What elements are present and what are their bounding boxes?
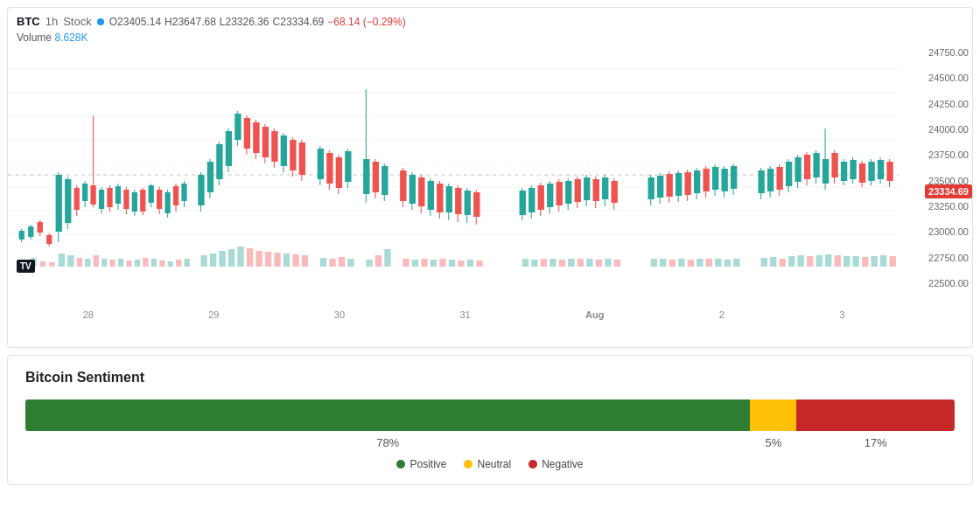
svg-rect-201 bbox=[237, 247, 243, 267]
svg-rect-42 bbox=[157, 190, 162, 209]
svg-rect-230 bbox=[568, 259, 574, 267]
svg-rect-258 bbox=[872, 256, 878, 267]
svg-rect-144 bbox=[721, 169, 727, 191]
svg-rect-197 bbox=[200, 255, 206, 267]
svg-rect-236 bbox=[651, 259, 657, 267]
svg-rect-248 bbox=[780, 259, 786, 267]
time-axis: 28 29 30 31 Aug 2 3 bbox=[8, 308, 972, 322]
svg-rect-232 bbox=[586, 259, 592, 267]
svg-rect-208 bbox=[302, 255, 308, 267]
svg-rect-104 bbox=[473, 192, 480, 217]
svg-rect-251 bbox=[807, 256, 813, 267]
time-2: 2 bbox=[719, 309, 724, 320]
svg-rect-158 bbox=[804, 155, 810, 179]
svg-rect-235 bbox=[614, 260, 620, 267]
svg-rect-10 bbox=[19, 231, 24, 240]
svg-rect-237 bbox=[660, 259, 666, 267]
svg-rect-209 bbox=[320, 258, 326, 267]
svg-rect-180 bbox=[49, 262, 54, 267]
svg-rect-183 bbox=[77, 258, 82, 267]
svg-rect-74 bbox=[318, 149, 324, 179]
svg-rect-234 bbox=[605, 259, 611, 267]
svg-rect-205 bbox=[274, 253, 280, 267]
price-24500: 24500.00 bbox=[910, 73, 969, 83]
svg-rect-50 bbox=[198, 175, 204, 205]
volume-label: Volume bbox=[17, 31, 52, 44]
svg-rect-162 bbox=[822, 159, 829, 184]
svg-rect-206 bbox=[284, 254, 290, 267]
price-24250: 24250.00 bbox=[910, 99, 969, 109]
svg-rect-100 bbox=[455, 188, 461, 214]
svg-rect-241 bbox=[696, 259, 703, 267]
svg-rect-14 bbox=[38, 222, 43, 233]
svg-rect-252 bbox=[816, 255, 822, 267]
bar-neutral bbox=[750, 399, 796, 431]
svg-rect-136 bbox=[684, 172, 690, 195]
svg-rect-191 bbox=[143, 258, 148, 267]
svg-rect-146 bbox=[731, 166, 737, 189]
svg-rect-254 bbox=[835, 255, 841, 267]
legend-positive: Positive bbox=[396, 458, 446, 470]
svg-rect-200 bbox=[228, 249, 234, 267]
chart-volume: Volume 8.628K bbox=[8, 31, 972, 44]
svg-rect-182 bbox=[67, 255, 74, 267]
svg-rect-70 bbox=[290, 140, 296, 170]
svg-rect-199 bbox=[219, 251, 225, 267]
svg-rect-132 bbox=[667, 174, 673, 197]
svg-rect-228 bbox=[550, 259, 556, 267]
svg-rect-239 bbox=[678, 259, 684, 267]
svg-rect-216 bbox=[402, 259, 409, 267]
bar-positive bbox=[25, 399, 750, 431]
chart-header: BTC 1h Stock O23405.14 H23647.68 L23326.… bbox=[8, 8, 972, 31]
sentiment-title: Bitcoin Sentiment bbox=[25, 370, 955, 386]
svg-rect-60 bbox=[244, 118, 250, 149]
svg-rect-185 bbox=[94, 255, 99, 267]
svg-rect-224 bbox=[476, 261, 482, 267]
svg-rect-30 bbox=[107, 188, 112, 207]
time-aug: Aug bbox=[585, 309, 604, 320]
svg-rect-52 bbox=[207, 162, 214, 192]
svg-rect-255 bbox=[844, 256, 850, 267]
neutral-dot bbox=[464, 460, 472, 469]
svg-rect-36 bbox=[132, 192, 137, 212]
svg-rect-187 bbox=[109, 260, 115, 267]
svg-rect-44 bbox=[164, 192, 170, 213]
svg-rect-32 bbox=[116, 186, 121, 204]
svg-rect-134 bbox=[676, 173, 682, 196]
legend-negative: Negative bbox=[528, 458, 583, 470]
svg-rect-246 bbox=[761, 258, 767, 267]
price-24000: 24000.00 bbox=[910, 124, 969, 135]
chart-open: O23405.14 bbox=[109, 16, 161, 28]
svg-rect-217 bbox=[412, 260, 418, 267]
svg-rect-204 bbox=[265, 252, 271, 267]
svg-rect-116 bbox=[565, 181, 571, 204]
svg-rect-256 bbox=[853, 256, 859, 267]
svg-rect-192 bbox=[151, 259, 157, 267]
price-23000: 23000.00 bbox=[910, 226, 969, 237]
chart-close: C23334.69 bbox=[273, 16, 325, 28]
svg-rect-28 bbox=[99, 190, 104, 209]
svg-rect-259 bbox=[880, 255, 886, 267]
legend-neutral: Neutral bbox=[464, 458, 511, 470]
price-axis: 24750.00 24500.00 24250.00 24000.00 2375… bbox=[906, 45, 972, 290]
price-23250: 23250.00 bbox=[910, 201, 969, 212]
svg-rect-179 bbox=[40, 261, 46, 267]
svg-rect-202 bbox=[247, 248, 253, 267]
svg-rect-24 bbox=[82, 184, 88, 201]
svg-rect-68 bbox=[281, 135, 287, 166]
svg-rect-18 bbox=[56, 175, 62, 232]
svg-rect-233 bbox=[596, 260, 602, 267]
svg-rect-172 bbox=[868, 162, 874, 181]
svg-rect-243 bbox=[715, 259, 721, 267]
svg-rect-12 bbox=[28, 226, 33, 237]
chart-live-dot bbox=[97, 18, 104, 25]
svg-rect-160 bbox=[813, 153, 819, 177]
chart-low: L23326.36 bbox=[220, 16, 270, 28]
chart-container: BTC 1h Stock O23405.14 H23647.68 L23326.… bbox=[7, 7, 973, 348]
svg-rect-193 bbox=[159, 261, 164, 267]
chart-svg-area: 24750.00 24500.00 24250.00 24000.00 2375… bbox=[8, 45, 972, 308]
tradingview-logo: TV bbox=[17, 260, 35, 273]
svg-rect-168 bbox=[850, 160, 856, 179]
svg-rect-154 bbox=[786, 162, 792, 186]
chart-ohlc: O23405.14 H23647.68 L23326.36 C23334.69 … bbox=[109, 16, 406, 28]
